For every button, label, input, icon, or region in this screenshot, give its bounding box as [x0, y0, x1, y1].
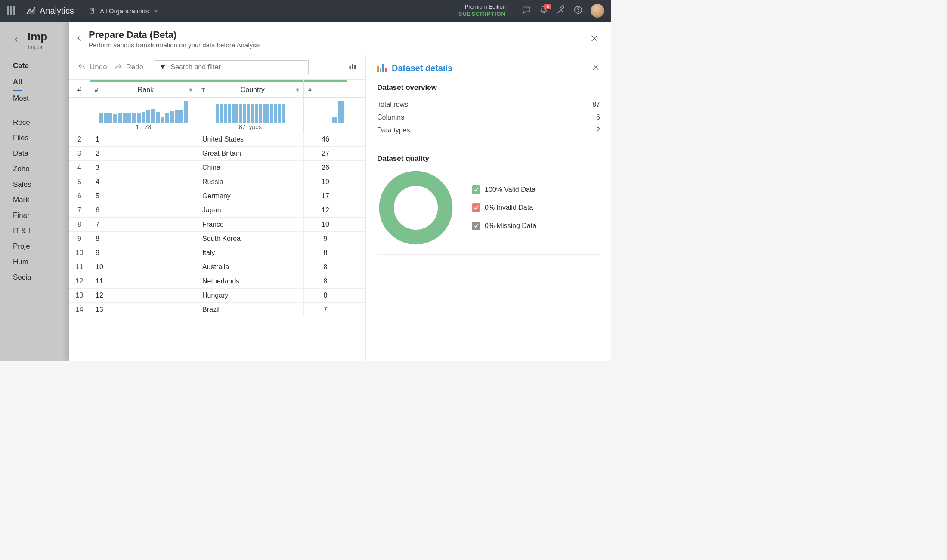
table-row[interactable]: 98South Korea9 — [69, 232, 365, 246]
back-icon[interactable] — [13, 36, 20, 45]
edition-line1: Premium Edition — [458, 3, 506, 11]
cell-country: Italy — [197, 246, 304, 260]
table-row[interactable]: 87France10 — [69, 218, 365, 232]
table-row[interactable]: 1110Australia8 — [69, 260, 365, 274]
redo-icon — [114, 63, 123, 71]
svg-rect-3 — [91, 10, 92, 11]
apps-icon[interactable] — [7, 6, 15, 15]
row-number: 8 — [69, 218, 90, 231]
edition-info: Premium Edition SUBSCRIPTION — [458, 3, 506, 18]
filter-icon — [159, 64, 166, 71]
cell-value: 27 — [304, 147, 347, 160]
cell-country: Hungary — [197, 289, 304, 302]
row-number: 11 — [69, 260, 90, 274]
row-number: 14 — [69, 303, 90, 317]
chevron-down-icon — [153, 8, 159, 14]
cell-value: 9 — [304, 232, 347, 246]
legend-item[interactable]: 0% Invalid Data — [472, 203, 536, 212]
cell-value: 8 — [304, 289, 347, 302]
panel-title: Prepare Data (Beta) — [89, 29, 260, 40]
column-value-header[interactable]: # — [304, 82, 347, 97]
cell-country: Japan — [197, 203, 304, 217]
cell-country: Russia — [197, 175, 304, 189]
cell-value: 8 — [304, 246, 347, 260]
undo-button[interactable]: Undo — [77, 63, 107, 71]
table-row[interactable]: 109Italy8 — [69, 246, 365, 260]
legend-item[interactable]: 0% Missing Data — [472, 222, 536, 230]
table-row[interactable]: 54Russia19 — [69, 175, 365, 189]
panel-header: Prepare Data (Beta) Perform various tran… — [69, 22, 611, 55]
panel-back-icon[interactable] — [76, 34, 84, 44]
table-row[interactable]: 32Great Britain27 — [69, 147, 365, 161]
table-row[interactable]: 76Japan12 — [69, 203, 365, 218]
product-logo[interactable]: Analytics — [26, 6, 74, 16]
table-row[interactable]: 65Germany17 — [69, 189, 365, 203]
cell-country: South Korea — [197, 232, 304, 246]
column-country-header[interactable]: T Country ▾ — [197, 82, 304, 97]
page-title: Imp — [28, 30, 47, 43]
chart-toggle-icon[interactable] — [348, 62, 357, 72]
svg-rect-10 — [354, 65, 356, 69]
cell-rank: 7 — [90, 218, 197, 231]
chevron-down-icon[interactable]: ▾ — [296, 86, 299, 94]
search-box[interactable] — [154, 60, 309, 74]
tools-icon[interactable] — [556, 5, 566, 16]
cell-country: Germany — [197, 189, 304, 203]
chevron-down-icon[interactable]: ▾ — [189, 86, 192, 94]
topbar: Analytics All Organizations Premium Edit… — [0, 0, 611, 22]
data-grid[interactable]: # # Rank ▾ T Country ▾ # — [69, 79, 365, 361]
legend-label: 100% Valid Data — [485, 186, 535, 194]
histogram-country[interactable] — [201, 100, 300, 123]
cell-value: 8 — [304, 260, 347, 274]
cell-value: 8 — [304, 274, 347, 288]
cell-country: Great Britain — [197, 147, 304, 160]
cell-country: Australia — [197, 260, 304, 274]
org-selector[interactable]: All Organizations — [88, 7, 159, 15]
redo-button[interactable]: Redo — [114, 63, 144, 71]
help-icon[interactable] — [573, 5, 583, 16]
type-numeric-icon: # — [308, 86, 312, 93]
quality-legend: 100% Valid Data0% Invalid Data0% Missing… — [472, 185, 536, 230]
close-icon[interactable] — [590, 34, 599, 45]
rownum-header: # — [69, 82, 90, 97]
sidebar-item[interactable]: All — [13, 74, 22, 91]
cell-value: 26 — [304, 161, 347, 175]
legend-item[interactable]: 100% Valid Data — [472, 185, 536, 194]
cell-value: 19 — [304, 175, 347, 189]
bell-icon[interactable]: 5 — [539, 5, 548, 16]
table-row[interactable]: 1413Brazil7 — [69, 303, 365, 317]
row-number: 9 — [69, 232, 90, 246]
chat-icon[interactable] — [522, 5, 531, 16]
overview-row: Data types2 — [377, 124, 600, 137]
product-name: Analytics — [40, 6, 74, 16]
cell-rank: 1 — [90, 132, 197, 146]
edition-line2[interactable]: SUBSCRIPTION — [458, 11, 506, 18]
close-icon[interactable] — [591, 63, 600, 73]
table-row[interactable]: 21United States46 — [69, 132, 365, 147]
redo-label: Redo — [126, 63, 144, 71]
svg-point-7 — [578, 12, 578, 12]
cell-country: France — [197, 218, 304, 231]
cell-rank: 12 — [90, 289, 197, 302]
avatar[interactable] — [591, 4, 604, 18]
row-number: 10 — [69, 246, 90, 260]
cell-rank: 5 — [90, 189, 197, 203]
table-row[interactable]: 43China26 — [69, 161, 365, 175]
svg-rect-8 — [350, 66, 351, 69]
table-row[interactable]: 1211Netherlands8 — [69, 274, 365, 289]
divider — [377, 254, 600, 255]
svg-rect-9 — [352, 64, 353, 69]
column-label: Country — [210, 86, 296, 94]
svg-rect-0 — [90, 8, 94, 13]
row-number: 7 — [69, 203, 90, 217]
column-rank-header[interactable]: # Rank ▾ — [90, 82, 197, 97]
table-row[interactable]: 1312Hungary8 — [69, 289, 365, 303]
histogram-value[interactable] — [307, 100, 344, 123]
quality-title: Dataset quality — [377, 154, 600, 163]
row-number: 12 — [69, 274, 90, 288]
cell-rank: 4 — [90, 175, 197, 189]
cell-rank: 8 — [90, 232, 197, 246]
search-input[interactable] — [170, 63, 303, 71]
column-label: Rank — [102, 86, 189, 94]
histogram-rank[interactable] — [94, 100, 193, 123]
